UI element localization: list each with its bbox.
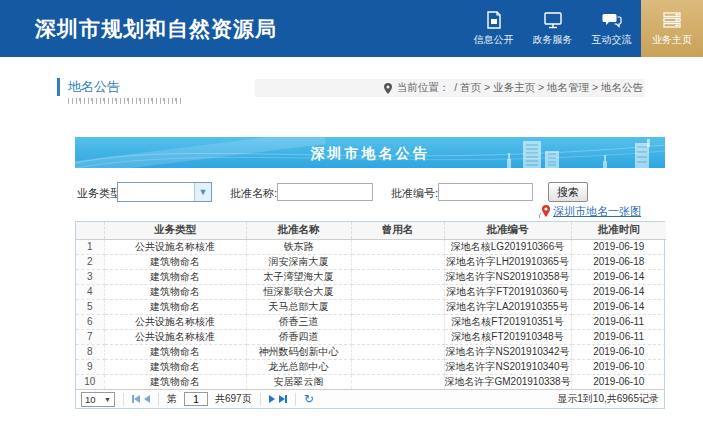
nav-item-gov-services[interactable]: 政务服务 — [523, 0, 582, 57]
table-cell: 2019-06-18 — [571, 254, 666, 269]
table-row[interactable]: 2建筑物命名润安深南大厦深地名许字LH201910365号2019-06-18 — [76, 254, 666, 269]
document-icon — [484, 11, 504, 29]
table-cell: 建筑物命名 — [104, 344, 246, 359]
business-type-select[interactable]: ▼ — [117, 182, 212, 202]
row-index-cell: 7 — [76, 329, 104, 344]
table-cell: 深地名许字NS201910358号 — [444, 269, 571, 284]
name-filter-label: 批准名称: — [230, 186, 277, 201]
divider — [158, 393, 159, 406]
table-cell — [351, 344, 444, 359]
divider — [260, 393, 261, 406]
chevron-down-icon: ▼ — [194, 183, 211, 201]
row-index-cell: 8 — [76, 344, 104, 359]
city-map-link-label: 深圳市地名一张图 — [553, 204, 641, 219]
refresh-icon[interactable]: ↻ — [304, 393, 314, 405]
chat-icon — [602, 11, 622, 29]
city-map-link[interactable]: 深圳市地名一张图 — [538, 204, 641, 219]
row-index-cell: 9 — [76, 359, 104, 374]
nav-item-business-home[interactable]: 业务主页 — [641, 0, 703, 57]
column-header[interactable]: 批准名称 — [246, 222, 351, 239]
row-index-cell: 5 — [76, 299, 104, 314]
table-row[interactable]: 6公共设施名称核准侨香三道深地名核FT201910351号2019-06-11 — [76, 314, 666, 329]
table-cell — [351, 359, 444, 374]
approved-name-input[interactable] — [277, 183, 373, 201]
breadcrumb-path[interactable]: / 首页 > 业务主页 > 地名管理 > 地名公告 — [454, 81, 643, 95]
table-cell: 侨香四道 — [246, 329, 351, 344]
table-cell: 深地名核LG201910366号 — [444, 239, 571, 254]
table-cell: 深地名许字NS201910342号 — [444, 344, 571, 359]
section-title: 地名公告 — [57, 78, 120, 96]
column-header[interactable]: 曾用名 — [351, 222, 444, 239]
nav-label: 政务服务 — [533, 33, 573, 47]
nav-item-info-disclosure[interactable]: 信息公开 — [464, 0, 523, 57]
page-prefix-label: 第 — [167, 392, 177, 406]
nav-label: 信息公开 — [474, 33, 514, 47]
site-title: 深圳市规划和自然资源局 — [35, 15, 277, 43]
column-header[interactable] — [76, 222, 104, 239]
column-header[interactable]: 批准时间 — [571, 222, 666, 239]
breadcrumb-label: 当前位置： — [397, 81, 450, 95]
row-index-cell: 2 — [76, 254, 104, 269]
table-cell: 神州数码创新中心 — [246, 344, 351, 359]
next-page-button[interactable] — [269, 395, 275, 403]
prev-page-icon — [144, 395, 150, 403]
breadcrumb: 当前位置： / 首页 > 业务主页 > 地名管理 > 地名公告 — [255, 79, 645, 97]
table-cell: 建筑物命名 — [104, 374, 246, 389]
row-index-cell: 4 — [76, 284, 104, 299]
content-panel: 深圳市地名公告 业务类型: ▼ 批准名称: 批准编号: 搜索 深圳市地名一张图 — [75, 137, 665, 409]
banner: 深圳市地名公告 — [75, 137, 665, 168]
table-row[interactable]: 10建筑物命名安居翠云阁深地名许字GM201910338号2019-06-10 — [76, 374, 666, 389]
table-cell: 公共设施名称核准 — [104, 239, 246, 254]
table-row[interactable]: 1公共设施名称核准铁东路深地名核LG201910366号2019-06-19 — [76, 239, 666, 254]
nav-label: 互动交流 — [592, 33, 632, 47]
record-summary: 显示1到10,共6965记录 — [557, 392, 659, 406]
table-row[interactable]: 8建筑物命名神州数码创新中心深地名许字NS201910342号2019-06-1… — [76, 344, 666, 359]
table-cell: 深地名核FT201910351号 — [444, 314, 571, 329]
table-cell: 安居翠云阁 — [246, 374, 351, 389]
table-cell: 铁东路 — [246, 239, 351, 254]
table-cell: 建筑物命名 — [104, 254, 246, 269]
table-cell: 公共设施名称核准 — [104, 329, 246, 344]
map-pin-icon — [538, 204, 552, 219]
search-button[interactable]: 搜索 — [548, 182, 588, 202]
table-row[interactable]: 9建筑物命名龙光总部中心深地名许字NS201910340号2019-06-10 — [76, 359, 666, 374]
banner-title: 深圳市地名公告 — [75, 145, 665, 163]
filter-bar: 业务类型: ▼ 批准名称: 批准编号: 搜索 — [75, 181, 665, 203]
column-header[interactable]: 批准编号 — [444, 222, 571, 239]
table-row[interactable]: 4建筑物命名恒深影联合大厦深地名许字FT201910360号2019-06-14 — [76, 284, 666, 299]
page-number-input[interactable] — [184, 392, 208, 406]
column-header[interactable]: 业务类型 — [104, 222, 246, 239]
page-size-select[interactable]: 10 ▼ — [81, 392, 115, 407]
top-header: 深圳市规划和自然资源局 信息公开 政务服务 互动交流 — [0, 0, 703, 57]
table-row[interactable]: 7公共设施名称核准侨香四道深地名核FT201910348号2019-06-11 — [76, 329, 666, 344]
prev-page-button[interactable] — [144, 395, 150, 403]
first-page-button[interactable] — [132, 395, 140, 403]
table-row[interactable]: 3建筑物命名太子湾望海大厦深地名许字NS201910358号2019-06-14 — [76, 269, 666, 284]
table-cell: 2019-06-14 — [571, 269, 666, 284]
table-cell: 2019-06-14 — [571, 284, 666, 299]
last-page-button[interactable] — [279, 395, 287, 403]
table-cell: 龙光总部中心 — [246, 359, 351, 374]
table-cell: 深地名许字NS201910340号 — [444, 359, 571, 374]
table-cell: 建筑物命名 — [104, 269, 246, 284]
section-subtitle-ticks — [68, 98, 184, 104]
table-cell — [351, 254, 444, 269]
table-cell: 2019-06-14 — [571, 299, 666, 314]
table-cell: 建筑物命名 — [104, 284, 246, 299]
next-page-icon — [269, 395, 275, 403]
table-cell — [351, 269, 444, 284]
page-size-value: 10 — [85, 394, 96, 405]
table-cell: 2019-06-19 — [571, 239, 666, 254]
table-header: 业务类型批准名称曾用名批准编号批准时间 — [76, 222, 666, 239]
approval-code-input[interactable] — [438, 183, 533, 201]
divider — [123, 393, 124, 406]
code-filter-label: 批准编号: — [391, 186, 438, 201]
announcement-grid: 业务类型批准名称曾用名批准编号批准时间 1公共设施名称核准铁东路深地名核LG20… — [75, 221, 665, 409]
row-index-cell: 6 — [76, 314, 104, 329]
table-cell — [351, 299, 444, 314]
nav-item-interaction[interactable]: 互动交流 — [582, 0, 641, 57]
total-pages-label: 共697页 — [215, 392, 252, 406]
table-cell: 侨香三道 — [246, 314, 351, 329]
table-cell: 2019-06-10 — [571, 359, 666, 374]
table-row[interactable]: 5建筑物命名天马总部大厦深地名许字LA201910355号2019-06-14 — [76, 299, 666, 314]
